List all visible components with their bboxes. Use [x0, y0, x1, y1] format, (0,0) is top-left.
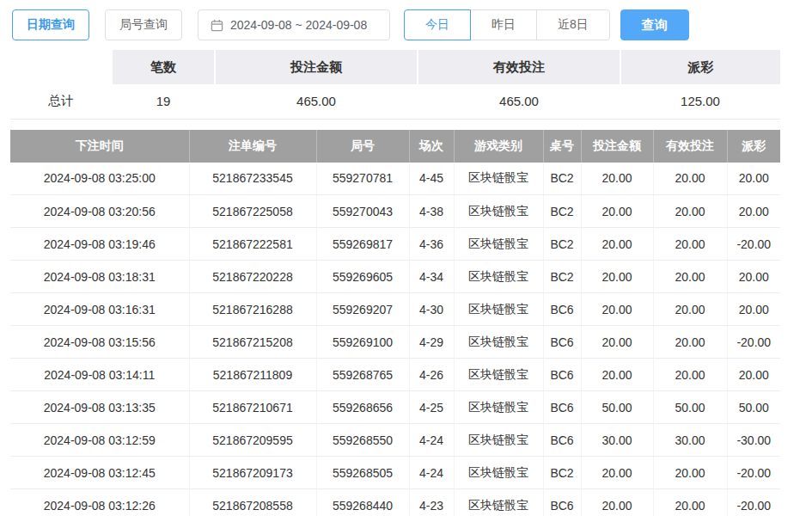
summary-header-payout: 派彩 — [620, 50, 780, 84]
col-header-table-no: 桌号 — [543, 130, 581, 163]
cell-valid-bet: 20.00 — [653, 228, 727, 261]
table-row: 2024-09-08 03:18:31521867220228559269605… — [10, 261, 780, 293]
cell-payout: 20.00 — [727, 163, 780, 195]
cell-game-type: 区块链骰宝 — [454, 195, 543, 228]
col-header-round-id: 局号 — [316, 130, 409, 163]
cell-game-type: 区块链骰宝 — [454, 424, 543, 457]
summary-total-row: 总计 19 465.00 465.00 125.00 — [10, 84, 780, 119]
date-query-button[interactable]: 日期查询 — [12, 9, 89, 40]
summary-total-label: 总计 — [10, 84, 112, 119]
cell-game-type: 区块链骰宝 — [454, 489, 543, 516]
summary-header-row: 笔数 投注金额 有效投注 派彩 — [10, 50, 780, 84]
summary-total-bet-amount: 465.00 — [215, 84, 418, 119]
col-header-session: 场次 — [409, 130, 454, 163]
yesterday-button[interactable]: 昨日 — [470, 9, 537, 40]
cell-bet-time: 2024-09-08 03:12:26 — [10, 489, 189, 516]
cell-session: 4-30 — [409, 293, 454, 326]
cell-valid-bet: 50.00 — [653, 391, 727, 424]
cell-bet-id: 521867215208 — [189, 326, 316, 359]
cell-bet-amount-link[interactable]: 20.00 — [581, 359, 653, 391]
cell-table-no: BC2 — [543, 195, 581, 228]
summary-header-bet-amount: 投注金额 — [215, 50, 418, 84]
cell-session: 4-36 — [409, 228, 454, 261]
cell-table-no: BC2 — [543, 228, 581, 261]
cell-bet-time: 2024-09-08 03:12:45 — [10, 457, 189, 489]
cell-valid-bet: 20.00 — [653, 489, 727, 516]
cell-bet-amount-link[interactable]: 20.00 — [581, 326, 653, 359]
cell-session: 4-23 — [409, 489, 454, 516]
table-row: 2024-09-08 03:12:45521867209173559268505… — [10, 457, 780, 489]
cell-valid-bet: 30.00 — [653, 424, 727, 457]
cell-bet-amount-link[interactable]: 20.00 — [581, 195, 653, 228]
query-toolbar: 日期查询 局号查询 2024-09-08 ~ 2024-09-08 今日 昨日 … — [0, 0, 812, 41]
cell-round-id: 559268656 — [316, 391, 409, 424]
cell-payout: -20.00 — [727, 457, 780, 489]
cell-valid-bet: 20.00 — [653, 359, 727, 391]
last-8-days-button[interactable]: 近8日 — [536, 9, 610, 40]
cell-table-no: BC6 — [543, 326, 581, 359]
cell-round-id: 559269100 — [316, 326, 409, 359]
cell-bet-amount-link[interactable]: 20.00 — [581, 293, 653, 326]
date-range-value: 2024-09-08 ~ 2024-09-08 — [230, 18, 367, 32]
cell-payout: -20.00 — [727, 326, 780, 359]
cell-bet-amount-link[interactable]: 20.00 — [581, 228, 653, 261]
cell-valid-bet: 20.00 — [653, 195, 727, 228]
table-row: 2024-09-08 03:19:46521867222581559269817… — [10, 228, 780, 261]
cell-round-id: 559269207 — [316, 293, 409, 326]
cell-bet-id: 521867209595 — [189, 424, 316, 457]
cell-payout: 20.00 — [727, 195, 780, 228]
cell-round-id: 559269605 — [316, 261, 409, 293]
search-button[interactable]: 查询 — [620, 9, 689, 40]
cell-round-id: 559269817 — [316, 228, 409, 261]
cell-bet-id: 521867225058 — [189, 195, 316, 228]
cell-round-id: 559268505 — [316, 457, 409, 489]
cell-payout: 20.00 — [727, 359, 780, 391]
cell-bet-id: 521867211809 — [189, 359, 316, 391]
cell-bet-amount-link[interactable]: 50.00 — [581, 391, 653, 424]
round-query-button[interactable]: 局号查询 — [105, 9, 182, 40]
cell-session: 4-38 — [409, 195, 454, 228]
table-row: 2024-09-08 03:15:56521867215208559269100… — [10, 326, 780, 359]
cell-table-no: BC2 — [543, 457, 581, 489]
table-row: 2024-09-08 03:25:00521867233545559270781… — [10, 163, 780, 195]
cell-bet-amount-link[interactable]: 30.00 — [581, 424, 653, 457]
today-button[interactable]: 今日 — [404, 9, 471, 40]
cell-game-type: 区块链骰宝 — [454, 261, 543, 293]
cell-bet-amount-link[interactable]: 20.00 — [581, 163, 653, 195]
bet-table-header-row: 下注时间 注单编号 局号 场次 游戏类别 桌号 投注金额 有效投注 派彩 — [10, 130, 780, 163]
cell-game-type: 区块链骰宝 — [454, 228, 543, 261]
col-header-game-type: 游戏类别 — [454, 130, 543, 163]
cell-bet-amount-link[interactable]: 20.00 — [581, 261, 653, 293]
summary-header-count: 笔数 — [112, 50, 215, 84]
cell-table-no: BC2 — [543, 163, 581, 195]
col-header-bet-time: 下注时间 — [10, 130, 189, 163]
table-row: 2024-09-08 03:12:59521867209595559268550… — [10, 424, 780, 457]
cell-bet-amount-link[interactable]: 20.00 — [581, 489, 653, 516]
cell-payout: -20.00 — [727, 489, 780, 516]
cell-table-no: BC6 — [543, 489, 581, 516]
summary-table: 笔数 投注金额 有效投注 派彩 总计 19 465.00 465.00 125.… — [10, 50, 780, 120]
cell-bet-id: 521867233545 — [189, 163, 316, 195]
cell-bet-id: 521867222581 — [189, 228, 316, 261]
cell-bet-amount-link[interactable]: 20.00 — [581, 457, 653, 489]
cell-bet-time: 2024-09-08 03:15:56 — [10, 326, 189, 359]
cell-bet-time: 2024-09-08 03:12:59 — [10, 424, 189, 457]
cell-bet-id: 521867216288 — [189, 293, 316, 326]
cell-round-id: 559268440 — [316, 489, 409, 516]
table-row: 2024-09-08 03:14:11521867211809559268765… — [10, 359, 780, 391]
cell-bet-time: 2024-09-08 03:25:00 — [10, 163, 189, 195]
cell-round-id: 559268550 — [316, 424, 409, 457]
cell-bet-time: 2024-09-08 03:16:31 — [10, 293, 189, 326]
cell-table-no: BC2 — [543, 261, 581, 293]
col-header-valid-bet: 有效投注 — [653, 130, 727, 163]
cell-game-type: 区块链骰宝 — [454, 391, 543, 424]
cell-game-type: 区块链骰宝 — [454, 457, 543, 489]
cell-session: 4-26 — [409, 359, 454, 391]
cell-bet-id: 521867208558 — [189, 489, 316, 516]
summary-header-valid-bet: 有效投注 — [418, 50, 620, 84]
date-range-input[interactable]: 2024-09-08 ~ 2024-09-08 — [198, 9, 390, 40]
bet-records-table: 下注时间 注单编号 局号 场次 游戏类别 桌号 投注金额 有效投注 派彩 202… — [10, 130, 780, 516]
cell-table-no: BC6 — [543, 424, 581, 457]
period-button-group: 今日 昨日 近8日 — [404, 9, 610, 40]
col-header-payout: 派彩 — [727, 130, 780, 163]
